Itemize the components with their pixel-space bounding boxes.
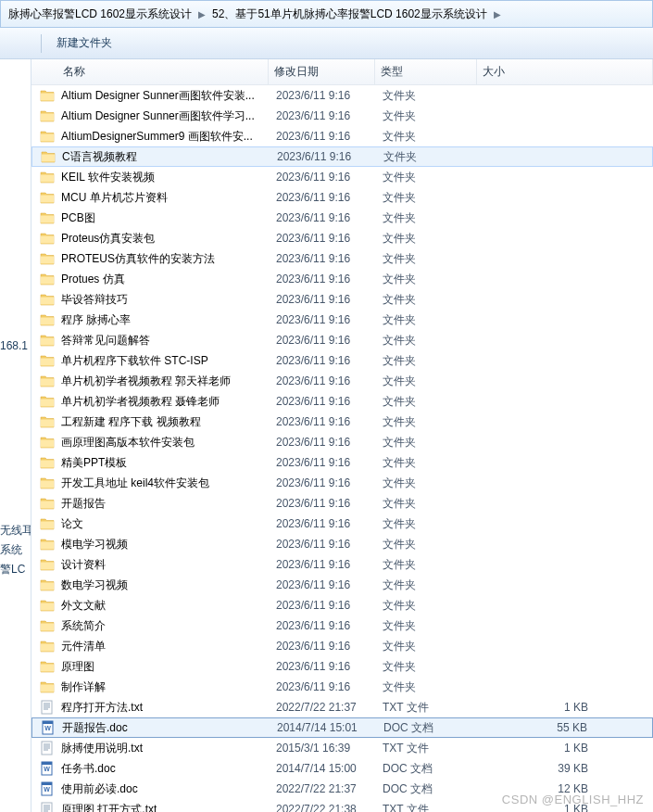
file-name: 单片机程序下载软件 STC-ISP — [61, 353, 276, 369]
file-type: 文件夹 — [383, 88, 484, 104]
file-type: 文件夹 — [383, 129, 484, 145]
new-folder-button[interactable]: 新建文件夹 — [57, 35, 112, 51]
file-type: 文件夹 — [383, 476, 484, 491]
file-row[interactable]: W任务书.doc2014/7/14 15:00DOC 文档39 KB — [31, 758, 653, 779]
file-name: 单片机初学者视频教程 郭天祥老师 — [61, 374, 276, 389]
chevron-right-icon[interactable]: ▶ — [195, 9, 208, 19]
folder-icon — [39, 87, 56, 104]
file-row[interactable]: 论文2023/6/11 9:16文件夹 — [31, 514, 653, 534]
svg-rect-17 — [42, 782, 52, 785]
sidebar-item[interactable]: 无线耳 — [0, 521, 31, 540]
file-row[interactable]: 答辩常见问题解答2023/6/11 9:16文件夹 — [31, 330, 653, 350]
file-date: 2022/7/22 21:38 — [276, 803, 383, 812]
file-name: 制作详解 — [61, 679, 276, 695]
file-name: 程序打开方法.txt — [61, 700, 276, 716]
file-row[interactable]: KEIL 软件安装视频2023/6/11 9:16文件夹 — [31, 167, 653, 187]
file-row[interactable]: 外文文献2023/6/11 9:16文件夹 — [31, 595, 653, 615]
column-size[interactable]: 大小 — [477, 59, 653, 84]
file-row[interactable]: 数电学习视频2023/6/11 9:16文件夹 — [31, 575, 653, 595]
file-row[interactable]: PROTEUS仿真软件的安装方法2023/6/11 9:16文件夹 — [31, 248, 653, 269]
file-row[interactable]: 元件清单2023/6/11 9:16文件夹 — [31, 636, 653, 656]
file-name: 程序 脉搏心率 — [61, 312, 276, 328]
breadcrumb-segment[interactable]: 脉搏心率报警LCD 1602显示系统设计 — [5, 6, 195, 22]
file-row[interactable]: 开发工具地址 keil4软件安装包2023/6/11 9:16文件夹 — [31, 473, 653, 493]
folder-icon — [39, 536, 56, 552]
file-date: 2023/6/11 9:16 — [276, 599, 383, 612]
folder-icon — [39, 189, 56, 206]
file-type: DOC 文档 — [383, 761, 484, 777]
file-date: 2023/6/11 9:16 — [276, 273, 383, 285]
chevron-right-icon[interactable]: ▶ — [491, 9, 504, 19]
file-row[interactable]: AltiumDesignerSummer9 画图软件安...2023/6/11 … — [31, 126, 653, 146]
file-date: 2023/6/11 9:16 — [276, 517, 383, 530]
svg-text:W: W — [44, 786, 50, 793]
file-row[interactable]: PCB图2023/6/11 9:16文件夹 — [31, 208, 653, 228]
file-row[interactable]: Proteus仿真安装包2023/6/11 9:16文件夹 — [31, 228, 653, 248]
column-name[interactable]: 名称 — [31, 59, 269, 84]
file-type: 文件夹 — [383, 577, 484, 593]
file-name: 单片机初学者视频教程 聂锋老师 — [61, 394, 276, 410]
file-row[interactable]: 脉搏使用说明.txt2015/3/1 16:39TXT 文件1 KB — [31, 738, 653, 758]
file-date: 2023/6/11 9:16 — [276, 497, 383, 510]
file-size: 12 KB — [484, 782, 653, 795]
file-row[interactable]: Altium Designer Sunner画图软件学习...2023/6/11… — [31, 106, 653, 126]
file-type: 文件夹 — [383, 455, 484, 471]
sidebar-tree[interactable]: 168.1 无线耳 系统 警LC — [0, 59, 31, 812]
file-type: 文件夹 — [383, 639, 484, 654]
folder-icon — [39, 332, 56, 349]
file-row[interactable]: 制作详解2023/6/11 9:16文件夹 — [31, 677, 653, 697]
file-row[interactable]: 画原理图高版本软件安装包2023/6/11 9:16文件夹 — [31, 432, 653, 452]
sidebar-item[interactable]: 系统 — [0, 540, 31, 560]
file-name: 外文文献 — [61, 598, 276, 614]
file-type: 文件夹 — [383, 679, 484, 695]
file-size: 39 KB — [484, 762, 653, 775]
file-date: 2023/6/11 9:16 — [276, 89, 383, 102]
folder-icon — [39, 475, 56, 491]
file-name: 设计资料 — [61, 557, 276, 573]
column-date[interactable]: 修改日期 — [269, 59, 375, 84]
file-name: 画原理图高版本软件安装包 — [61, 435, 276, 450]
breadcrumb-segment[interactable]: 52、基于51单片机脉搏心率报警LCD 1602显示系统设计 — [208, 6, 491, 22]
file-row[interactable]: 单片机程序下载软件 STC-ISP2023/6/11 9:16文件夹 — [31, 350, 653, 371]
breadcrumb[interactable]: 脉搏心率报警LCD 1602显示系统设计 ▶ 52、基于51单片机脉搏心率报警L… — [0, 0, 653, 28]
file-date: 2023/6/11 9:16 — [276, 680, 383, 693]
file-date: 2023/6/11 9:16 — [276, 334, 383, 347]
file-type: 文件夹 — [383, 108, 484, 124]
doc-icon: W — [39, 760, 56, 777]
file-row[interactable]: 工程新建 程序下载 视频教程2023/6/11 9:16文件夹 — [31, 412, 653, 432]
sidebar-item[interactable]: 警LC — [0, 560, 31, 579]
file-type: 文件夹 — [383, 374, 484, 389]
file-row[interactable]: 设计资料2023/6/11 9:16文件夹 — [31, 554, 653, 575]
file-row[interactable]: 开题报告2023/6/11 9:16文件夹 — [31, 493, 653, 514]
file-size: 1 KB — [484, 701, 653, 714]
file-row[interactable]: MCU 单片机芯片资料2023/6/11 9:16文件夹 — [31, 187, 653, 208]
divider — [41, 34, 42, 53]
file-date: 2023/6/11 9:16 — [276, 558, 383, 571]
file-row[interactable]: 单片机初学者视频教程 聂锋老师2023/6/11 9:16文件夹 — [31, 391, 653, 412]
folder-icon — [39, 352, 56, 369]
file-row[interactable]: 毕设答辩技巧2023/6/11 9:16文件夹 — [31, 289, 653, 310]
file-row[interactable]: W使用前必读.doc2022/7/22 21:37DOC 文档12 KB — [31, 779, 653, 799]
file-row[interactable]: 精美PPT模板2023/6/11 9:16文件夹 — [31, 452, 653, 473]
doc-icon: W — [39, 780, 56, 797]
column-type[interactable]: 类型 — [375, 59, 477, 84]
file-row[interactable]: 程序打开方法.txt2022/7/22 21:37TXT 文件1 KB — [31, 697, 653, 717]
file-row[interactable]: 系统简介2023/6/11 9:16文件夹 — [31, 615, 653, 636]
file-row[interactable]: Altium Designer Sunner画图软件安装...2023/6/11… — [31, 85, 653, 106]
folder-icon — [39, 679, 56, 695]
file-row[interactable]: Protues 仿真2023/6/11 9:16文件夹 — [31, 269, 653, 289]
file-row[interactable]: 单片机初学者视频教程 郭天祥老师2023/6/11 9:16文件夹 — [31, 371, 653, 391]
file-date: 2023/6/11 9:16 — [276, 456, 383, 469]
file-row[interactable]: C语言视频教程2023/6/11 9:16文件夹 — [31, 146, 653, 167]
file-name: 开题报告.doc — [62, 720, 277, 736]
file-row[interactable]: 模电学习视频2023/6/11 9:16文件夹 — [31, 534, 653, 554]
file-row[interactable]: 程序 脉搏心率2023/6/11 9:16文件夹 — [31, 310, 653, 330]
folder-icon — [39, 311, 56, 328]
file-row[interactable]: 原理图 打开方式.txt2022/7/22 21:38TXT 文件1 KB — [31, 799, 653, 812]
sidebar-item[interactable]: 168.1 — [0, 337, 31, 354]
file-row[interactable]: W开题报告.doc2014/7/14 15:01DOC 文档55 KB — [31, 717, 653, 738]
file-row[interactable]: 原理图2023/6/11 9:16文件夹 — [31, 656, 653, 677]
file-date: 2023/6/11 9:16 — [276, 395, 383, 408]
file-date: 2023/6/11 9:16 — [276, 191, 383, 204]
column-headers[interactable]: 名称 修改日期 类型 大小 — [31, 59, 653, 85]
